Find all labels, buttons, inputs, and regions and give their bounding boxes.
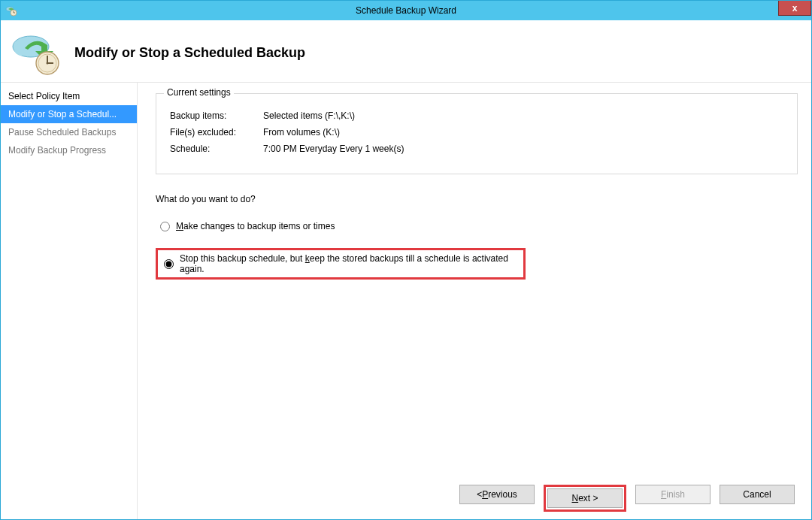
sidebar-item-select-policy[interactable]: Select Policy Item xyxy=(1,87,137,105)
next-button-highlight: Next > xyxy=(544,485,626,512)
sidebar-item-pause-backups: Pause Scheduled Backups xyxy=(1,123,137,141)
schedule-row: Schedule: 7:00 PM Everyday Every 1 week(… xyxy=(170,144,783,154)
sidebar-item-modify-stop[interactable]: Modify or Stop a Schedul... xyxy=(1,105,137,123)
backup-items-label: Backup items: xyxy=(170,110,263,121)
wizard-sidebar: Select Policy Item Modify or Stop a Sche… xyxy=(1,83,138,519)
radio-make-changes[interactable]: Make changes to backup items or times xyxy=(156,216,798,236)
finish-button: Finish xyxy=(635,485,710,504)
radio-stop-schedule[interactable]: Stop this backup schedule, but keep the … xyxy=(162,253,519,274)
schedule-value: 7:00 PM Everyday Every 1 week(s) xyxy=(263,144,404,154)
page-title: Modify or Stop a Scheduled Backup xyxy=(74,45,305,61)
files-excluded-label: File(s) excluded: xyxy=(170,127,263,138)
titlebar: Schedule Backup Wizard x xyxy=(1,1,811,20)
files-excluded-row: File(s) excluded: From volumes (K:\) xyxy=(170,127,783,138)
wizard-window: Schedule Backup Wizard x Modify or Stop … xyxy=(0,0,812,520)
backup-items-value: Selected items (F:\,K:\) xyxy=(263,110,355,121)
svg-point-10 xyxy=(47,62,49,64)
radio-stop-highlight: Stop this backup schedule, but keep the … xyxy=(156,248,526,280)
radio-make-changes-label: Make changes to backup items or times xyxy=(176,221,335,231)
radio-stop-schedule-input[interactable] xyxy=(164,259,174,269)
current-settings-group: Current settings Backup items: Selected … xyxy=(156,93,798,174)
next-button[interactable]: Next > xyxy=(547,488,623,508)
sidebar-item-modify-progress: Modify Backup Progress xyxy=(1,141,137,159)
schedule-label: Schedule: xyxy=(170,144,263,154)
window-title: Schedule Backup Wizard xyxy=(1,5,811,16)
backup-items-row: Backup items: Selected items (F:\,K:\) xyxy=(170,110,783,121)
previous-button[interactable]: < Previous xyxy=(459,485,535,504)
prompt-text: What do you want to do? xyxy=(156,194,798,204)
cancel-button[interactable]: Cancel xyxy=(720,485,795,504)
radio-stop-schedule-label: Stop this backup schedule, but keep the … xyxy=(180,253,519,274)
files-excluded-value: From volumes (K:\) xyxy=(263,127,340,138)
wizard-content: Current settings Backup items: Selected … xyxy=(138,83,811,519)
wizard-header: Modify or Stop a Scheduled Backup xyxy=(1,20,811,82)
wizard-footer: < Previous Next > Finish Cancel xyxy=(156,477,798,512)
close-button[interactable]: x xyxy=(778,1,811,16)
radio-make-changes-input[interactable] xyxy=(160,222,170,231)
svg-point-5 xyxy=(14,44,29,56)
app-icon xyxy=(5,5,17,17)
wizard-header-icon xyxy=(11,30,61,77)
wizard-body: Select Policy Item Modify or Stop a Sche… xyxy=(1,82,811,519)
current-settings-legend: Current settings xyxy=(164,87,234,98)
